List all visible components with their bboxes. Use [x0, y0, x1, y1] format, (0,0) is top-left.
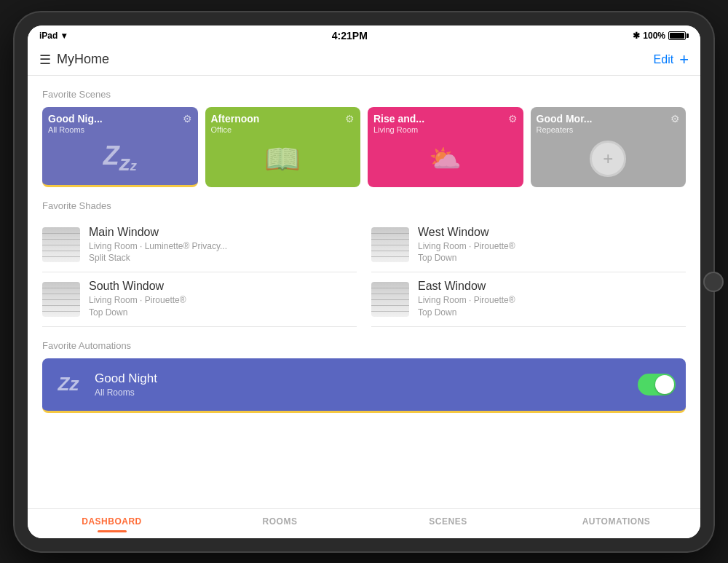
automation-info: Good Night All Rooms — [95, 371, 638, 398]
nav-right: Edit + — [654, 50, 689, 69]
scene-gear-afternoon[interactable]: ⚙ — [345, 113, 355, 125]
book-icon: 📖 — [264, 142, 301, 176]
main-content: Favorite Scenes Good Nig... All Rooms ⚙ … — [28, 76, 700, 508]
device-label: iPad — [39, 31, 58, 41]
nav-bar: ☰ MyHome Edit + — [28, 46, 700, 76]
favorite-scenes-header: Favorite Scenes — [42, 89, 686, 100]
shade-info-south-window: South Window Living Room · Pirouette® To… — [89, 280, 357, 319]
battery-percent: 100% — [643, 31, 665, 41]
app-title: MyHome — [57, 52, 109, 67]
automation-sleep-icon: Zz — [58, 373, 79, 395]
shade-thumb-south-window — [42, 282, 80, 317]
shade-row-west-window[interactable]: West Window Living Room · Pirouette® Top… — [371, 218, 686, 273]
favorite-automations-header: Favorite Automations — [42, 340, 686, 351]
shade-detail-west: Living Room · Pirouette® Top Down — [418, 240, 686, 265]
shade-name-main: Main Window — [89, 226, 357, 239]
scene-title-good-morning: Good Mor... — [537, 113, 593, 125]
scene-gear-good-night[interactable]: ⚙ — [183, 113, 192, 125]
status-time: 4:21PM — [332, 30, 368, 42]
scene-icon-afternoon: 📖 — [205, 135, 361, 183]
shade-row-east-window[interactable]: East Window Living Room · Pirouette® Top… — [371, 272, 686, 327]
shade-detail-main: Living Room · Luminette® Privacy... Spli… — [89, 240, 357, 265]
automation-toggle[interactable] — [638, 374, 676, 395]
shade-row-main-window[interactable]: Main Window Living Room · Luminette® Pri… — [42, 218, 357, 273]
automation-card-good-night[interactable]: Zz Good Night All Rooms — [42, 358, 686, 413]
scene-subtitle-rise: Living Room — [373, 125, 424, 134]
scene-icon-rise: ⛅ — [368, 135, 523, 183]
hamburger-icon[interactable]: ☰ — [39, 52, 51, 68]
shade-detail-east: Living Room · Pirouette® Top Down — [418, 294, 686, 319]
scene-card-good-morning[interactable]: Good Mor... Repeaters ⚙ + — [531, 107, 687, 187]
dial-icon: + — [590, 141, 626, 177]
edit-button[interactable]: Edit — [654, 53, 674, 66]
favorite-shades-header: Favorite Shades — [42, 200, 686, 211]
battery-icon — [668, 31, 689, 40]
scene-subtitle-afternoon: Office — [211, 125, 260, 134]
automation-icon-area: Zz — [52, 369, 84, 401]
nav-left: ☰ MyHome — [39, 52, 109, 68]
ipad-frame: iPad ▾ 4:21PM ✱ 100% ☰ MyHome Edit + — [15, 12, 713, 551]
shade-name-east: East Window — [418, 280, 686, 293]
scene-title-afternoon: Afternoon — [211, 113, 260, 125]
sleep-icon: Zzz — [103, 143, 137, 174]
tab-dashboard[interactable]: DASHBOARD — [28, 516, 196, 529]
scene-gear-rise[interactable]: ⚙ — [508, 113, 518, 125]
tab-rooms[interactable]: ROOMS — [196, 516, 364, 529]
status-right: ✱ 100% — [633, 31, 689, 41]
tab-bar: DASHBOARD ROOMS SCENES AUTOMATIONS — [28, 508, 700, 538]
shade-info-east-window: East Window Living Room · Pirouette® Top… — [418, 280, 686, 319]
shade-thumb-east-window — [371, 282, 409, 317]
shade-name-south: South Window — [89, 280, 357, 293]
shade-row-south-window[interactable]: South Window Living Room · Pirouette® To… — [42, 272, 357, 327]
scene-card-rise[interactable]: Rise and... Living Room ⚙ ⛅ — [368, 107, 523, 187]
wifi-icon: ▾ — [62, 31, 66, 41]
home-button[interactable] — [703, 272, 724, 292]
shade-info-west-window: West Window Living Room · Pirouette® Top… — [418, 226, 686, 265]
scene-subtitle-good-morning: Repeaters — [537, 125, 593, 134]
scene-card-afternoon[interactable]: Afternoon Office ⚙ 📖 — [205, 107, 361, 187]
scene-icon-good-morning: + — [531, 135, 687, 183]
shade-info-main-window: Main Window Living Room · Luminette® Pri… — [89, 226, 357, 265]
add-button[interactable]: + — [679, 50, 689, 69]
automation-subtitle: All Rooms — [95, 387, 638, 398]
scene-subtitle-good-night: All Rooms — [48, 125, 103, 134]
tab-automations[interactable]: AUTOMATIONS — [532, 516, 700, 529]
scenes-grid: Good Nig... All Rooms ⚙ Zzz Afternoon — [42, 107, 686, 187]
status-left: iPad ▾ — [39, 31, 66, 41]
scene-icon-good-night: Zzz — [42, 135, 198, 183]
bluetooth-icon: ✱ — [633, 31, 640, 41]
shade-thumb-west-window — [371, 227, 409, 262]
status-bar: iPad ▾ 4:21PM ✱ 100% — [28, 25, 700, 46]
shade-detail-south: Living Room · Pirouette® Top Down — [89, 294, 357, 319]
scene-card-good-night[interactable]: Good Nig... All Rooms ⚙ Zzz — [42, 107, 198, 187]
scene-gear-good-morning[interactable]: ⚙ — [670, 113, 680, 125]
toggle-thumb — [655, 375, 674, 394]
scene-title-rise: Rise and... — [373, 113, 424, 125]
automation-title: Good Night — [95, 371, 638, 386]
scene-title-good-night: Good Nig... — [48, 113, 103, 125]
tab-scenes[interactable]: SCENES — [364, 516, 532, 529]
shade-thumb-main-window — [42, 227, 80, 262]
shade-name-west: West Window — [418, 226, 686, 239]
shades-grid: Main Window Living Room · Luminette® Pri… — [42, 218, 686, 327]
sun-cloud-icon: ⛅ — [429, 143, 462, 174]
ipad-screen: iPad ▾ 4:21PM ✱ 100% ☰ MyHome Edit + — [28, 25, 700, 538]
